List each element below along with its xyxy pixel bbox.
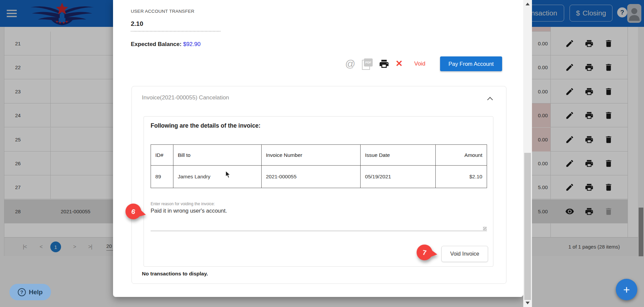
expected-balance: Expected Balance: $92.90 bbox=[131, 41, 201, 48]
textarea-resize-grip[interactable] bbox=[483, 227, 487, 230]
invoice-id: 89 bbox=[151, 166, 173, 188]
help-button-label: Help bbox=[29, 289, 43, 296]
invoice-details-table: ID# Bill to Invoice Number Issue Date Am… bbox=[151, 144, 487, 188]
no-transactions-text: No transactions to display. bbox=[142, 271, 208, 277]
bill-to: James Landry bbox=[173, 166, 261, 188]
invoice-details-panel: Following are the details of the invoice… bbox=[144, 116, 493, 267]
email-icon[interactable]: @ bbox=[345, 58, 355, 70]
mouse-cursor bbox=[225, 171, 231, 180]
pdf-export-icon[interactable]: PDF bbox=[362, 58, 373, 70]
modal-scrollbar[interactable] bbox=[523, 0, 532, 307]
cancelation-card: Invoice(2021-000055) Cancelation Followi… bbox=[131, 86, 506, 284]
help-button[interactable]: ? Help bbox=[9, 284, 51, 300]
plus-icon: + bbox=[623, 283, 630, 296]
invoice-number: 2021-000055 bbox=[261, 166, 361, 188]
pay-from-account-button[interactable]: Pay From Account bbox=[440, 56, 502, 71]
cancelation-card-title: Invoice(2021-000055) Cancelation bbox=[142, 94, 229, 101]
amount-underline[interactable] bbox=[131, 23, 220, 32]
invoice-modal: USER ACCOUNT TRANSFER 2.10 Expected Bala… bbox=[113, 0, 523, 297]
void-link[interactable]: Void bbox=[414, 60, 425, 67]
modal-scrollbar-thumb[interactable] bbox=[524, 153, 531, 300]
table-header-row: ID# Bill to Invoice Number Issue Date Am… bbox=[151, 145, 487, 166]
table-row: 89 James Landry 2021-000055 05/19/2021 $… bbox=[151, 166, 487, 188]
help-question-icon: ? bbox=[18, 288, 26, 296]
section-label: USER ACCOUNT TRANSFER bbox=[131, 9, 195, 14]
issue-date: 05/19/2021 bbox=[361, 166, 436, 188]
scroll-down-arrow-icon[interactable] bbox=[526, 302, 530, 304]
print-icon[interactable] bbox=[379, 58, 389, 69]
add-floating-button[interactable]: + bbox=[616, 279, 637, 300]
expected-balance-value: $92.90 bbox=[183, 41, 201, 47]
chevron-up-icon[interactable] bbox=[487, 97, 493, 103]
close-icon[interactable]: ✕ bbox=[395, 58, 403, 69]
invoice-amount: $2.10 bbox=[436, 166, 487, 188]
reason-textarea[interactable]: Paid it in wrong user's account. bbox=[151, 208, 487, 231]
scroll-up-arrow-icon[interactable] bbox=[526, 3, 530, 5]
reason-label: Enter reason for voiding the invoice: bbox=[151, 202, 215, 206]
void-invoice-button[interactable]: Void Invoice bbox=[441, 246, 488, 262]
details-heading: Following are the details of the invoice… bbox=[151, 122, 261, 129]
